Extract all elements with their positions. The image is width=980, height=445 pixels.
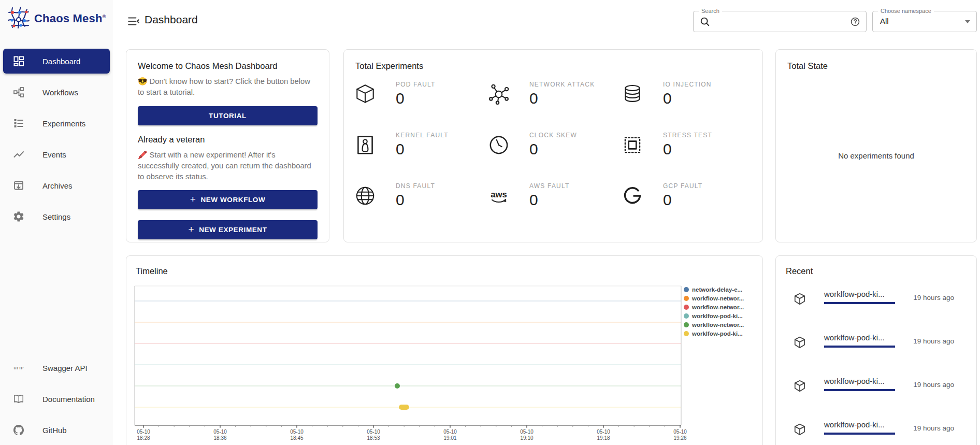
stat-value: 0 (529, 140, 577, 158)
welcome-intro: 😎 Don't know how to start? Click the but… (138, 76, 318, 98)
total-experiments-title: Total Experiments (355, 61, 751, 71)
sidebar-item-events[interactable]: Events (3, 142, 110, 167)
legend-label: workflow-networ... (692, 304, 744, 310)
namespace-value: All (880, 17, 889, 25)
recent-experiment-name: worklfow-pod-ki... (824, 377, 895, 385)
namespace-label: Choose namespace (878, 8, 934, 14)
link-underline (824, 389, 895, 391)
sidebar-item-label: Experiments (42, 119, 85, 128)
stat-label: KERNEL FAULT (396, 132, 449, 139)
sidebar-item-label: Settings (42, 212, 70, 221)
search-input[interactable] (714, 12, 839, 31)
registered-mark: ® (103, 14, 106, 19)
recent-time: 19 hours ago (913, 381, 954, 389)
legend-item[interactable]: workflow-networ... (684, 320, 744, 329)
legend-label: workflow-networ... (692, 295, 744, 302)
sidebar-item-documentation[interactable]: Documentation (3, 386, 110, 411)
tutorial-button[interactable]: TUTORIAL (138, 106, 318, 125)
stat-label: DNS FAULT (396, 182, 435, 190)
link-underline (824, 346, 895, 348)
logo[interactable]: Chaos Mesh® (7, 6, 106, 31)
svg-text:HTTP: HTTP (14, 366, 24, 370)
recent-title: Recent (786, 266, 976, 276)
recent-experiment-link[interactable]: worklfow-pod-ki... (824, 420, 895, 435)
svg-text:05-10: 05-10 (213, 429, 227, 435)
link-underline (824, 302, 895, 304)
recent-item: worklfow-pod-ki...19 hours ago (793, 377, 976, 406)
legend-item[interactable]: worklfow-pod-ki... (684, 329, 744, 338)
total-state-title: Total State (787, 61, 965, 71)
svg-text:05-10: 05-10 (597, 429, 610, 435)
svg-text:05-10: 05-10 (443, 429, 457, 435)
recent-card: Recent worklfow-pod-ki...19 hours agowor… (775, 255, 977, 445)
cube-icon (793, 423, 806, 436)
recent-experiment-link[interactable]: worklfow-pod-ki... (824, 290, 895, 304)
stat-value: 0 (663, 191, 702, 209)
sidebar-nav: DashboardWorkflowsExperimentsEventsArchi… (3, 49, 110, 229)
legend-item[interactable]: network-delay-e... (684, 285, 744, 294)
svg-text:05-10: 05-10 (673, 429, 687, 435)
clock-icon (487, 133, 511, 157)
svg-text:19:18: 19:18 (597, 435, 610, 441)
svg-text:18:36: 18:36 (213, 435, 226, 441)
chart-legend: network-delay-e...workflow-networ...work… (684, 285, 744, 338)
recent-experiment-name: worklfow-pod-ki... (824, 420, 895, 429)
new-workflow-button[interactable]: +NEW WORKFLOW (138, 190, 318, 209)
legend-item[interactable]: worklfow-pod-ki... (684, 311, 744, 320)
recent-experiment-name: worklfow-pod-ki... (824, 290, 895, 298)
stat-label: GCP FAULT (663, 182, 702, 190)
timeline-card: Timeline 05-1018:2805-1018:3605-1018:450… (126, 255, 763, 445)
svg-text:05-10: 05-10 (520, 429, 534, 435)
namespace-select[interactable]: Choose namespace All (872, 11, 977, 32)
archives-icon (12, 179, 25, 192)
legend-item[interactable]: workflow-networ... (684, 294, 744, 303)
welcome-card: Welcome to Chaos Mesh Dashboard 😎 Don't … (126, 49, 329, 242)
stat-value: 0 (529, 90, 595, 107)
sidebar-item-label: Swagger API (42, 364, 88, 372)
docs-icon (12, 393, 25, 405)
logo-text: Chaos Mesh® (34, 12, 106, 25)
help-icon[interactable] (850, 17, 860, 27)
plus-icon: + (190, 194, 196, 204)
link-underline (824, 433, 895, 435)
legend-dot-icon (684, 305, 689, 310)
svg-text:19:10: 19:10 (520, 435, 533, 441)
legend-dot-icon (684, 296, 689, 301)
timeline-chart[interactable]: 05-1018:2805-1018:3605-1018:4505-1018:53… (126, 256, 762, 445)
sidebar-item-experiments[interactable]: Experiments (3, 111, 110, 136)
new-experiment-button[interactable]: +NEW EXPERIMENT (138, 220, 318, 239)
recent-experiment-link[interactable]: worklfow-pod-ki... (824, 333, 895, 348)
sidebar-item-dashboard[interactable]: Dashboard (3, 49, 110, 74)
recent-time: 19 hours ago (913, 294, 954, 302)
stat-network-attack: NETWORK ATTACK0 (487, 81, 595, 107)
cube-icon (793, 336, 806, 349)
svg-text:18:28: 18:28 (137, 435, 150, 441)
sidebar-item-workflows[interactable]: Workflows (3, 80, 110, 105)
gcp-icon (621, 184, 644, 208)
stat-label: AWS FAULT (529, 182, 569, 190)
dropdown-arrow-icon (965, 20, 970, 23)
cube-icon (793, 379, 806, 393)
pod-icon (353, 82, 377, 106)
menu-open-button[interactable] (127, 15, 140, 28)
kernel-icon (353, 133, 377, 157)
http-icon: HTTP (12, 362, 25, 374)
recent-item: worklfow-pod-ki...19 hours ago (793, 333, 976, 362)
sidebar-item-swagger-api[interactable]: HTTPSwagger API (3, 355, 110, 380)
events-icon (12, 148, 25, 161)
sidebar-item-settings[interactable]: Settings (3, 204, 110, 229)
legend-item[interactable]: workflow-networ... (684, 303, 744, 311)
dashboard-icon (12, 55, 25, 67)
recent-time: 19 hours ago (913, 424, 954, 432)
plus-icon: + (188, 224, 194, 234)
legend-dot-icon (684, 322, 689, 327)
recent-time: 19 hours ago (913, 337, 954, 345)
stat-io-injection: IO INJECTION0 (621, 81, 712, 107)
stat-label: POD FAULT (396, 81, 436, 88)
sidebar-item-github[interactable]: GitHub (3, 418, 110, 442)
svg-text:05-10: 05-10 (367, 429, 380, 435)
recent-experiment-link[interactable]: worklfow-pod-ki... (824, 377, 895, 391)
sidebar-item-archives[interactable]: Archives (3, 173, 110, 198)
stat-label: NETWORK ATTACK (529, 81, 595, 88)
dns-icon (353, 184, 377, 208)
